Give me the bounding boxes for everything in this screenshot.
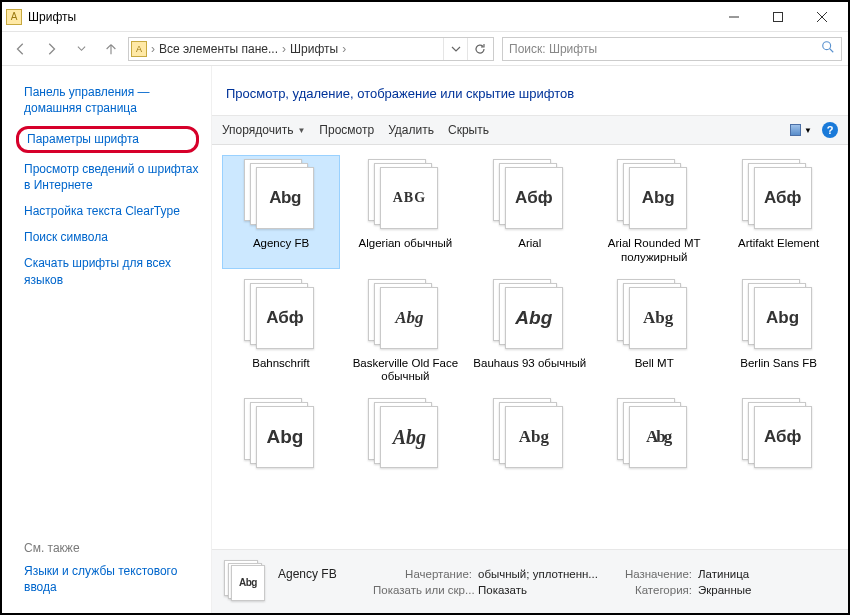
search-input[interactable]: Поиск: Шрифты bbox=[502, 37, 842, 61]
font-item[interactable]: AbgArial Rounded MT полужирный bbox=[595, 155, 713, 269]
recent-dropdown[interactable] bbox=[68, 36, 94, 62]
font-item[interactable]: Abg bbox=[222, 394, 340, 480]
font-thumbnail: Abg bbox=[617, 398, 691, 472]
sidebar-symbol-link[interactable]: Поиск символа bbox=[24, 229, 199, 245]
font-item[interactable]: AbgBaskerville Old Face обычный bbox=[346, 275, 464, 389]
refresh-button[interactable] bbox=[467, 38, 491, 60]
details-category-key: Категория: bbox=[608, 584, 698, 596]
chevron-right-icon: › bbox=[151, 42, 155, 56]
up-button[interactable] bbox=[98, 36, 124, 62]
font-item[interactable]: Abg bbox=[346, 394, 464, 480]
font-grid[interactable]: AbgAgency FBABGAlgerian обычныйАбфArialA… bbox=[212, 145, 848, 549]
font-sample: Абф bbox=[266, 308, 303, 328]
font-sample: Абф bbox=[764, 427, 801, 447]
window-root: A Шрифты A › Все элементы пане... › Шриф… bbox=[2, 2, 848, 613]
font-sample: Abg bbox=[519, 427, 549, 447]
font-label: Bauhaus 93 обычный bbox=[473, 357, 586, 371]
location-icon: A bbox=[131, 41, 147, 57]
maximize-button[interactable] bbox=[756, 3, 800, 31]
font-thumbnail: Abg bbox=[742, 279, 816, 353]
sidebar-cleartype-link[interactable]: Настройка текста ClearType bbox=[24, 203, 199, 219]
font-sample: Абф bbox=[515, 188, 552, 208]
address-dropdown[interactable] bbox=[443, 38, 467, 60]
breadcrumb-segment[interactable]: Все элементы пане... bbox=[159, 42, 278, 56]
font-sample: Abg bbox=[393, 426, 426, 449]
window-title: Шрифты bbox=[28, 10, 712, 24]
font-thumbnail: Abg bbox=[244, 159, 318, 233]
search-icon bbox=[821, 40, 835, 57]
sidebar-download-link[interactable]: Скачать шрифты для всех языков bbox=[24, 255, 199, 287]
font-item[interactable]: Абф bbox=[720, 394, 838, 480]
font-sample: Abg bbox=[395, 308, 423, 328]
font-item[interactable]: АбфArial bbox=[471, 155, 589, 269]
details-font-name: Agency FB bbox=[278, 567, 373, 581]
font-item[interactable]: АбфBahnschrift bbox=[222, 275, 340, 389]
details-style-value: обычный; уплотненн... bbox=[478, 568, 608, 580]
font-item[interactable]: AbgBell MT bbox=[595, 275, 713, 389]
annotation-highlight: Параметры шрифта bbox=[16, 126, 199, 152]
toolbar: Упорядочить▼ Просмотр Удалить Скрыть ▼ ? bbox=[212, 115, 848, 145]
font-item[interactable]: АбфArtifakt Element bbox=[720, 155, 838, 269]
help-button[interactable]: ? bbox=[822, 122, 838, 138]
details-category-value: Экранные bbox=[698, 584, 788, 596]
font-sample: Abg bbox=[646, 427, 670, 447]
details-designed-value: Латиница bbox=[698, 568, 788, 580]
address-bar[interactable]: A › Все элементы пане... › Шрифты › bbox=[128, 37, 494, 61]
font-thumbnail: Abg bbox=[493, 279, 567, 353]
svg-point-4 bbox=[823, 42, 831, 50]
minimize-button[interactable] bbox=[712, 3, 756, 31]
font-label: Berlin Sans FB bbox=[740, 357, 817, 371]
font-thumbnail: Абф bbox=[244, 279, 318, 353]
sidebar-online-info-link[interactable]: Просмотр сведений о шрифтах в Интернете bbox=[24, 161, 199, 193]
font-item[interactable]: Abg bbox=[595, 394, 713, 480]
details-designed-key: Назначение: bbox=[608, 568, 698, 580]
font-thumbnail: Абф bbox=[742, 159, 816, 233]
font-item[interactable]: AbgBauhaus 93 обычный bbox=[471, 275, 589, 389]
hide-button[interactable]: Скрыть bbox=[448, 123, 489, 137]
nav-bar: A › Все элементы пане... › Шрифты › Поис… bbox=[2, 32, 848, 66]
sidebar-textservices-link[interactable]: Языки и службы текстового ввода bbox=[24, 563, 199, 595]
font-thumbnail: Abg bbox=[493, 398, 567, 472]
font-thumbnail: Абф bbox=[742, 398, 816, 472]
window-controls bbox=[712, 3, 844, 31]
font-thumbnail: Abg bbox=[617, 279, 691, 353]
back-button[interactable] bbox=[8, 36, 34, 62]
view-options-button[interactable]: ▼ bbox=[790, 122, 812, 138]
sidebar: Панель управления — домашняя страница Па… bbox=[2, 66, 212, 613]
chevron-down-icon: ▼ bbox=[804, 126, 812, 135]
titlebar: A Шрифты bbox=[2, 2, 848, 32]
body: Панель управления — домашняя страница Па… bbox=[2, 66, 848, 613]
font-item[interactable]: ABGAlgerian обычный bbox=[346, 155, 464, 269]
delete-button[interactable]: Удалить bbox=[388, 123, 434, 137]
font-item[interactable]: AbgAgency FB bbox=[222, 155, 340, 269]
font-item[interactable]: Abg bbox=[471, 394, 589, 480]
font-sample: Абф bbox=[764, 188, 801, 208]
forward-button[interactable] bbox=[38, 36, 64, 62]
chevron-down-icon: ▼ bbox=[297, 126, 305, 135]
font-sample: Abg bbox=[267, 426, 304, 448]
page-heading: Просмотр, удаление, отображение или скры… bbox=[212, 66, 848, 115]
details-thumbnail: Abg bbox=[224, 560, 268, 604]
main-panel: Просмотр, удаление, отображение или скры… bbox=[212, 66, 848, 613]
font-sample: Abg bbox=[515, 307, 552, 329]
svg-line-5 bbox=[830, 49, 834, 53]
breadcrumb-segment[interactable]: Шрифты bbox=[290, 42, 338, 56]
font-label: Agency FB bbox=[253, 237, 309, 251]
font-sample: ABG bbox=[393, 190, 426, 206]
font-thumbnail: Abg bbox=[617, 159, 691, 233]
font-thumbnail: Abg bbox=[368, 279, 442, 353]
sidebar-home-link[interactable]: Панель управления — домашняя страница bbox=[24, 84, 199, 116]
organize-menu[interactable]: Упорядочить▼ bbox=[222, 123, 305, 137]
font-label: Bell MT bbox=[635, 357, 674, 371]
font-sample: Abg bbox=[766, 308, 799, 328]
font-item[interactable]: AbgBerlin Sans FB bbox=[720, 275, 838, 389]
sidebar-font-params-link[interactable]: Параметры шрифта bbox=[27, 131, 188, 147]
font-label: Baskerville Old Face обычный bbox=[348, 357, 462, 385]
close-button[interactable] bbox=[800, 3, 844, 31]
font-sample: Abg bbox=[643, 308, 673, 328]
details-show-key: Показать или скр... bbox=[373, 584, 478, 596]
svg-rect-1 bbox=[774, 12, 783, 21]
preview-button[interactable]: Просмотр bbox=[319, 123, 374, 137]
search-placeholder: Поиск: Шрифты bbox=[509, 42, 597, 56]
chevron-right-icon: › bbox=[342, 42, 346, 56]
